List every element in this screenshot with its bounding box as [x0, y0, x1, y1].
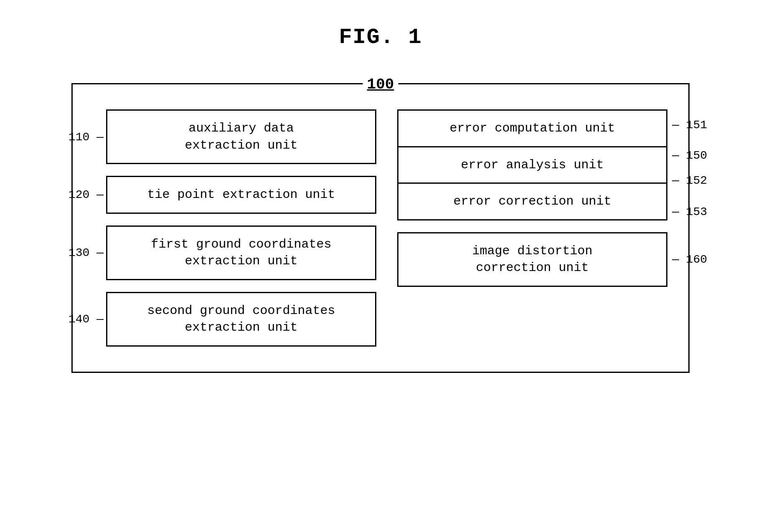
ref-160: — 160 [672, 253, 707, 266]
ref-152: — 152 [672, 174, 707, 187]
error-correction-unit: error correction unit [398, 184, 666, 219]
first-ground-coordinates-extraction-unit: first ground coordinatesextraction unit [106, 225, 376, 280]
outer-container: 100 110 — auxiliary dataextraction unit … [71, 83, 690, 373]
unit-120-row: 120 — tie point extraction unit [106, 176, 376, 214]
ref-153: — 153 [672, 205, 707, 218]
image-distortion-correction-unit: image distortioncorrection unit [397, 232, 667, 287]
ref-110: 110 — [68, 130, 104, 143]
unit-110-row: 110 — auxiliary dataextraction unit [106, 109, 376, 164]
image-distortion-container: — 160 image distortioncorrection unit [397, 232, 667, 287]
right-group-container: — 151 — 150 — 152 — 153 error computatio… [397, 109, 667, 232]
error-computation-unit: error computation unit [398, 111, 666, 147]
unit-140-row: 140 — second ground coordinatesextractio… [106, 292, 376, 347]
second-ground-coordinates-extraction-unit: second ground coordinatesextraction unit [106, 292, 376, 347]
outer-label: 100 [363, 76, 398, 93]
unit-130-row: 130 — first ground coordinatesextraction… [106, 225, 376, 280]
error-group: error computation unit error analysis un… [397, 109, 667, 220]
ref-130: 130 — [68, 246, 104, 259]
page-title: FIG. 1 [339, 25, 422, 50]
ref-120: 120 — [68, 188, 104, 201]
tie-point-extraction-unit: tie point extraction unit [106, 176, 376, 214]
ref-151: — 151 [672, 119, 707, 132]
left-column: 110 — auxiliary dataextraction unit 120 … [106, 109, 376, 347]
ref-140: 140 — [68, 313, 104, 326]
auxiliary-data-extraction-unit: auxiliary dataextraction unit [106, 109, 376, 164]
right-column: — 151 — 150 — 152 — 153 error computatio… [397, 109, 667, 347]
ref-150: — 150 [672, 149, 707, 162]
error-analysis-unit: error analysis unit [398, 147, 666, 184]
